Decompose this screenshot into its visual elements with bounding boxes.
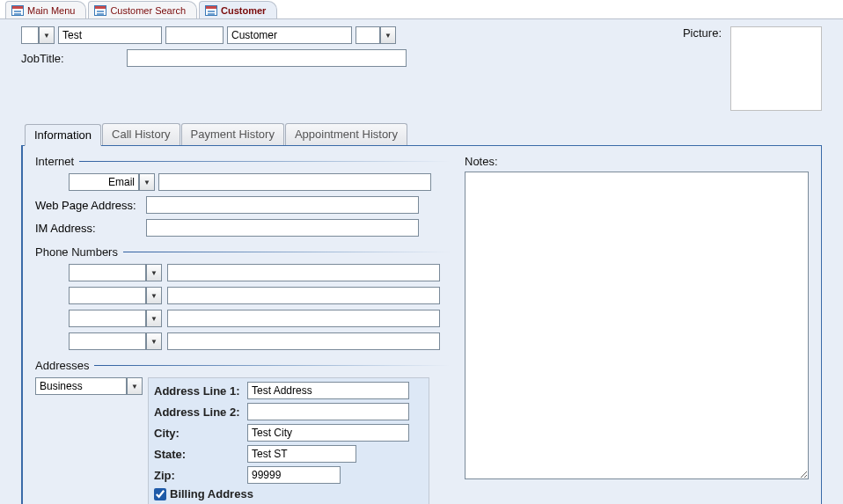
tab-appointment-history[interactable]: Appointment History <box>285 123 407 145</box>
fieldset-phones: Phone Numbers ▼ ▼ ▼ <box>35 245 451 350</box>
legend-addresses: Addresses <box>35 359 89 372</box>
web-input[interactable] <box>146 196 419 214</box>
fieldset-internet: Internet ▼ Web Page Address: <box>35 155 451 237</box>
phone-type-1-dropdown[interactable]: ▼ <box>146 264 162 281</box>
jobtitle-row: JobTitle: <box>21 49 683 67</box>
email-type-input[interactable] <box>69 173 139 191</box>
picture-label: Picture: <box>683 26 722 40</box>
picture-frame[interactable] <box>730 26 822 111</box>
addr1-input[interactable] <box>247 382 409 399</box>
notes-textarea[interactable] <box>465 172 809 479</box>
notes-label: Notes: <box>465 155 809 168</box>
phone-type-2-dropdown[interactable]: ▼ <box>146 287 162 304</box>
phone-value-4[interactable] <box>167 332 440 350</box>
doc-tab-main-menu[interactable]: Main Menu <box>5 1 86 18</box>
city-label: City: <box>154 427 244 440</box>
tab-payment-history[interactable]: Payment History <box>181 123 284 145</box>
billing-checkbox[interactable] <box>154 488 166 500</box>
billing-checkbox-row[interactable]: Billing Address <box>154 487 423 500</box>
divider <box>79 161 451 162</box>
divider <box>94 365 451 366</box>
im-label: IM Address: <box>35 222 141 235</box>
city-input[interactable] <box>247 424 409 442</box>
doc-tab-customer[interactable]: Customer <box>199 1 277 18</box>
email-value-input[interactable] <box>158 173 431 191</box>
tab-call-history[interactable]: Call History <box>102 123 180 145</box>
addr2-label: Address Line 2: <box>154 405 244 419</box>
legend-internet: Internet <box>35 155 74 168</box>
phone-type-3-dropdown[interactable]: ▼ <box>146 310 162 327</box>
im-input[interactable] <box>146 219 419 237</box>
email-type-dropdown-btn[interactable]: ▼ <box>139 173 155 191</box>
jobtitle-input[interactable] <box>127 49 407 67</box>
doc-tab-label: Customer Search <box>110 5 186 16</box>
phone-type-2[interactable] <box>69 287 146 304</box>
name-row: ▼ ▼ <box>21 26 683 44</box>
doc-tab-label: Customer <box>221 5 266 16</box>
first-name-input[interactable] <box>58 26 162 44</box>
billing-label: Billing Address <box>170 487 253 500</box>
phone-value-2[interactable] <box>167 287 440 304</box>
state-label: State: <box>154 448 244 461</box>
zip-label: Zip: <box>154 469 244 482</box>
prefix-dropdown-btn[interactable]: ▼ <box>39 26 55 44</box>
jobtitle-label: JobTitle: <box>21 52 123 65</box>
middle-name-input[interactable] <box>165 26 224 44</box>
name-row-container: ▼ ▼ JobTitle: Picture: <box>21 26 822 111</box>
web-label: Web Page Address: <box>35 199 141 212</box>
divider <box>123 252 451 252</box>
doc-tab-customer-search[interactable]: Customer Search <box>88 1 197 18</box>
form-icon <box>11 5 24 16</box>
last-name-input[interactable] <box>227 26 352 44</box>
phone-type-4[interactable] <box>69 332 146 350</box>
document-tabs: Main Menu Customer Search Customer <box>0 0 843 19</box>
suffix-dropdown-btn[interactable]: ▼ <box>380 26 396 44</box>
form-area: ▼ ▼ JobTitle: Picture: Information <box>0 19 843 504</box>
legend-phones: Phone Numbers <box>35 245 118 259</box>
addr1-label: Address Line 1: <box>154 384 244 398</box>
address-subform: Address Line 1: Address Line 2: City: St… <box>148 377 429 504</box>
form-icon <box>205 5 217 16</box>
inner-tab-control: Information Call History Payment History… <box>21 123 822 504</box>
phone-type-1[interactable] <box>69 264 146 281</box>
prefix-input[interactable] <box>21 26 39 44</box>
zip-input[interactable] <box>247 466 341 484</box>
form-icon <box>94 5 106 16</box>
phone-type-4-dropdown[interactable]: ▼ <box>146 332 162 350</box>
fieldset-addresses: Addresses ▼ Address Line 1: <box>35 359 451 504</box>
tab-page-information: Internet ▼ Web Page Address: <box>21 145 822 504</box>
phone-value-1[interactable] <box>167 264 440 281</box>
suffix-input[interactable] <box>356 26 380 44</box>
inner-tab-strip: Information Call History Payment History… <box>21 123 822 145</box>
phone-type-3[interactable] <box>69 310 146 327</box>
addr2-input[interactable] <box>247 403 409 420</box>
address-type-dropdown-btn[interactable]: ▼ <box>127 377 143 395</box>
tab-information[interactable]: Information <box>25 124 101 146</box>
phone-value-3[interactable] <box>167 310 440 327</box>
address-type-input[interactable] <box>35 377 127 395</box>
doc-tab-label: Main Menu <box>27 5 75 16</box>
state-input[interactable] <box>247 445 356 463</box>
